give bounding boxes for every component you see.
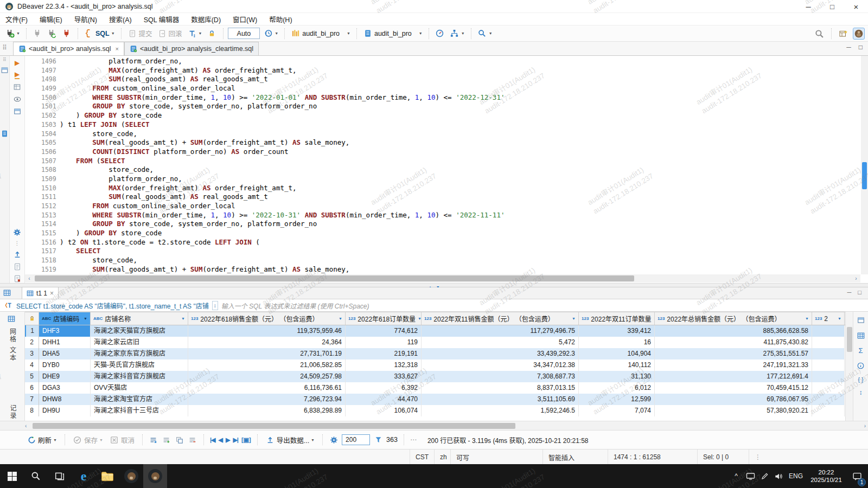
reconnect-button[interactable] xyxy=(46,28,59,40)
overflow-icon[interactable]: ⋯ xyxy=(410,436,417,444)
search-button[interactable]: ▼ xyxy=(476,28,494,40)
close-result-tab-icon[interactable]: × xyxy=(50,290,54,297)
chevron-down-icon[interactable]: ▼ xyxy=(16,31,20,35)
cancel-button[interactable]: 取消 xyxy=(108,434,136,446)
duplicate-row-icon[interactable] xyxy=(175,435,184,445)
column-header-7[interactable]: 1232▼ xyxy=(812,312,845,325)
quick-search-icon[interactable] xyxy=(814,29,824,38)
start-button[interactable] xyxy=(0,464,24,488)
cell-r7-c1[interactable]: 海澜之家淘宝官方店 xyxy=(91,394,188,405)
cell-r2-c7[interactable] xyxy=(812,337,845,348)
restore-panel-icon[interactable]: ⠿ xyxy=(2,44,7,52)
next-row-button[interactable]: ▶ xyxy=(226,436,229,444)
save-button[interactable]: 保存▼ xyxy=(71,434,105,446)
insert-mode-indicator[interactable]: 智能插入 xyxy=(542,450,605,465)
column-header-0[interactable]: ABC店铺编码▼ xyxy=(39,312,91,325)
editor-hscroll-thumb[interactable] xyxy=(35,275,634,281)
column-header-6[interactable]: 1232022年总销售金额（元） （包含运费）▼ xyxy=(655,312,812,325)
task-view-button[interactable] xyxy=(48,464,72,488)
auto-commit-combo[interactable]: Auto xyxy=(228,28,260,39)
chevron-down-icon[interactable]: ▼ xyxy=(275,31,278,35)
export-data-button[interactable]: 导出数据...▼ xyxy=(264,434,316,446)
code-line[interactable]: 1517 SELECT xyxy=(25,247,860,256)
metadata-panel-icon[interactable] xyxy=(856,361,866,370)
expand-filter-icon[interactable]: ↕ xyxy=(212,301,218,310)
explain-plan-icon[interactable] xyxy=(12,83,22,92)
menu-item-0[interactable]: 文件(F) xyxy=(5,14,28,24)
cell-r5-c6[interactable]: 177,212,691.4 xyxy=(655,371,812,382)
value-viewer-icon[interactable] xyxy=(856,315,866,325)
close-tab-icon[interactable]: × xyxy=(116,46,119,52)
cell-r2-c3[interactable]: 119 xyxy=(346,337,422,348)
minimize-results-icon[interactable]: ─ xyxy=(847,289,852,296)
restore-navigator-icon[interactable] xyxy=(1,67,8,74)
editor-vscroll-thumb[interactable] xyxy=(862,162,867,189)
cell-r1-c0[interactable]: DHF3 xyxy=(39,325,91,337)
database-navigator-icon[interactable] xyxy=(1,130,8,137)
row-number[interactable]: 3 xyxy=(25,348,39,359)
cell-r8-c1[interactable]: 海澜之家抖音十三号店 xyxy=(91,405,188,416)
column-menu-icon[interactable]: ▼ xyxy=(803,317,809,320)
display-tray-icon[interactable] xyxy=(743,464,757,488)
code-line[interactable]: 1501 GROUP BY store_code, system_order_n… xyxy=(25,102,860,111)
chevron-down-icon[interactable]: ▼ xyxy=(347,31,350,35)
statusbar-more-icon[interactable]: ⋮ xyxy=(749,450,767,465)
references-panel-icon[interactable]: { } xyxy=(858,376,863,383)
menu-item-2[interactable]: 导航(N) xyxy=(74,14,97,24)
cell-r6-c2[interactable]: 6,116,736.61 xyxy=(188,382,346,394)
user-avatar[interactable] xyxy=(853,28,865,40)
cell-r1-c7[interactable] xyxy=(812,325,845,337)
cell-r8-c6[interactable]: 57,380,920.21 xyxy=(655,405,812,416)
cell-r3-c1[interactable]: 海澜之家京东官方旗舰店 xyxy=(91,348,188,359)
code-line[interactable]: 1519 SUM(real_goods_amt_t) + SUM(order_f… xyxy=(25,265,860,274)
cell-r4-c5[interactable]: 140,112 xyxy=(579,359,655,371)
invalidate-connection-button[interactable] xyxy=(60,28,73,40)
chevron-down-icon[interactable]: ▼ xyxy=(311,438,315,442)
column-menu-icon[interactable]: ▼ xyxy=(416,317,422,320)
column-menu-icon[interactable]: ▼ xyxy=(570,317,576,320)
chevron-down-icon[interactable]: ▼ xyxy=(419,31,423,35)
last-row-button[interactable]: ▶| xyxy=(233,436,238,444)
cell-r6-c7[interactable] xyxy=(812,382,845,394)
cell-r7-c5[interactable]: 12,599 xyxy=(579,394,655,405)
cell-r6-c3[interactable]: 6,392 xyxy=(346,382,422,394)
grid-hscroll-thumb[interactable] xyxy=(33,423,515,429)
cell-r3-c2[interactable]: 27,731,701.19 xyxy=(188,348,346,359)
editor-hscrollbar[interactable]: ‹ › xyxy=(25,274,860,282)
cell-r8-c2[interactable]: 6,838,298.89 xyxy=(188,405,346,416)
export-icon[interactable] xyxy=(12,250,22,259)
cell-r1-c1[interactable]: 海澜之家天猫官方旗舰店 xyxy=(91,325,188,337)
cell-r1-c2[interactable]: 119,375,959.46 xyxy=(188,325,346,337)
notification-center-button[interactable]: 1 xyxy=(846,464,868,488)
database-selector[interactable]: audit_bi_pro▼ xyxy=(289,28,352,40)
cell-r7-c0[interactable]: DHW8 xyxy=(39,394,91,405)
cell-r6-c1[interactable]: OVV天猫店 xyxy=(91,382,188,394)
column-header-1[interactable]: ABC店铺名称▼ xyxy=(91,312,188,325)
cell-r3-c4[interactable]: 33,439,292.3 xyxy=(422,348,579,359)
taskbar-search-button[interactable] xyxy=(24,464,48,488)
perspective-icon[interactable] xyxy=(839,29,848,38)
cell-r2-c5[interactable]: 16 xyxy=(579,337,655,348)
menu-item-3[interactable]: 搜索(A) xyxy=(109,14,132,24)
chevron-down-icon[interactable]: ▼ xyxy=(461,31,465,35)
previous-row-button[interactable]: ◀ xyxy=(218,436,222,444)
grid-scroll-right-icon[interactable]: › xyxy=(864,423,866,429)
close-icon[interactable]: × xyxy=(844,0,868,13)
code-line[interactable]: 1514 GROUP BY store_code, system_order_n… xyxy=(25,220,860,229)
column-menu-icon[interactable]: ▼ xyxy=(835,317,841,320)
fetch-size-input[interactable]: 200 xyxy=(342,434,370,445)
result-settings-gear-icon[interactable] xyxy=(329,435,339,445)
cell-r4-c7[interactable] xyxy=(812,359,845,371)
code-line[interactable]: 1498 SUM(real_goods_amt) AS real_goods_a… xyxy=(25,75,860,84)
cell-r5-c3[interactable]: 333,627 xyxy=(346,371,422,382)
fetch-all-button[interactable]: [▣] xyxy=(241,436,251,444)
locale-indicator[interactable]: zh xyxy=(434,450,452,465)
chevron-down-icon[interactable]: ▼ xyxy=(99,438,103,442)
row-number[interactable]: 1 xyxy=(25,325,39,337)
code-line[interactable]: 1512 FROM custom_online_sale_order_local xyxy=(25,202,860,211)
cell-r7-c6[interactable]: 69,786,067.95 xyxy=(655,394,812,405)
grid-vscroll-thumb[interactable] xyxy=(847,327,852,352)
cell-r7-c3[interactable]: 44,470 xyxy=(346,394,422,405)
column-menu-icon[interactable]: ▼ xyxy=(179,317,185,320)
clock[interactable]: 20:222025/10/21 xyxy=(806,468,846,484)
